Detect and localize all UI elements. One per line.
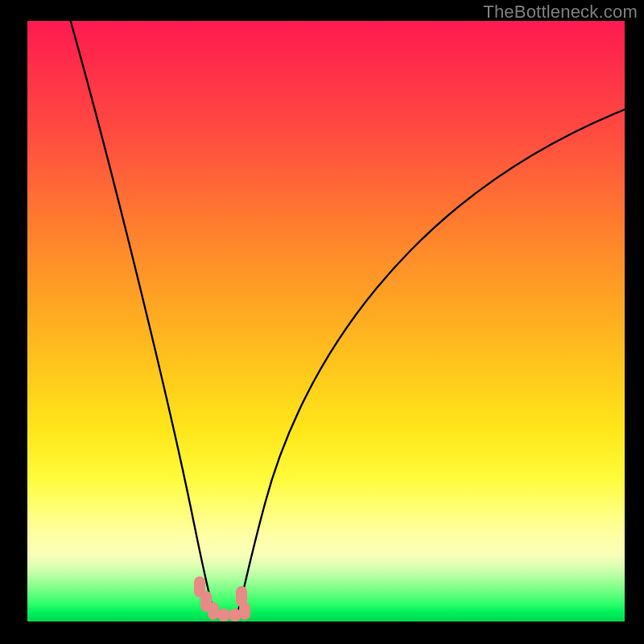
chart-frame: TheBottleneck.com (0, 0, 644, 644)
marker-dot (208, 602, 219, 620)
watermark-text: TheBottleneck.com (483, 2, 638, 23)
marker-dot (217, 609, 230, 621)
plot-area (27, 21, 625, 621)
marker-group (194, 576, 250, 621)
marker-dot (239, 602, 250, 620)
marker-cluster (27, 21, 625, 621)
